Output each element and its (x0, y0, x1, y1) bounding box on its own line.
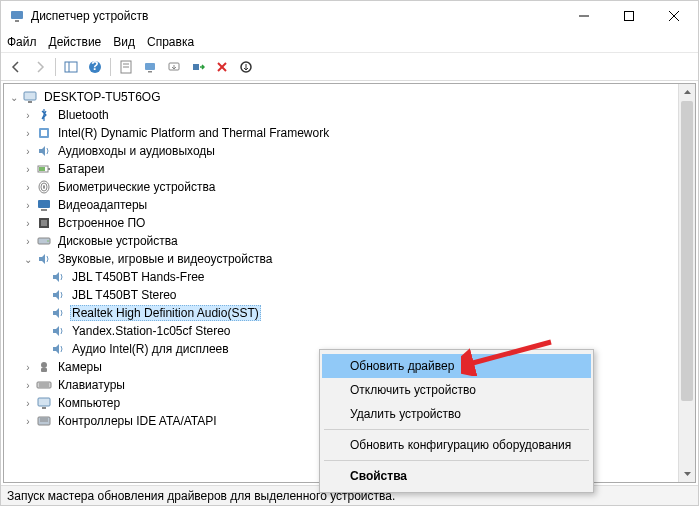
ctx-sep (324, 429, 589, 430)
battery-icon (36, 161, 52, 177)
device-manager-window: Диспетчер устройств Файл Действие Вид Сп… (0, 0, 699, 506)
menu-action[interactable]: Действие (49, 35, 102, 49)
bt-icon (36, 107, 52, 123)
tree-item-label: DESKTOP-TU5T6OG (42, 90, 162, 104)
forward-button[interactable] (29, 56, 51, 78)
minimize-button[interactable] (561, 1, 606, 31)
ctx-update-driver[interactable]: Обновить драйвер (322, 354, 591, 378)
tree-category[interactable]: › Биометрические устройства (8, 178, 678, 196)
expander-icon[interactable]: ⌄ (22, 254, 34, 265)
expander-icon[interactable]: › (22, 218, 34, 229)
ctx-properties[interactable]: Свойства (322, 464, 591, 488)
back-button[interactable] (5, 56, 27, 78)
maximize-button[interactable] (606, 1, 651, 31)
tree-category[interactable]: › Видеоадаптеры (8, 196, 678, 214)
svg-rect-6 (65, 62, 77, 72)
expander-icon[interactable]: › (22, 416, 34, 427)
scrollbar[interactable] (678, 84, 695, 482)
svg-rect-3 (624, 12, 633, 21)
expander-icon[interactable]: › (22, 380, 34, 391)
fw-icon (36, 215, 52, 231)
expander-icon[interactable]: › (22, 146, 34, 157)
ctx-uninstall-device[interactable]: Удалить устройство (322, 402, 591, 426)
expander-icon[interactable]: › (22, 128, 34, 139)
audio-icon (50, 287, 66, 303)
tree-category[interactable]: › Встроенное ПО (8, 214, 678, 232)
video-icon (36, 197, 52, 213)
expander-icon[interactable]: › (22, 182, 34, 193)
tree-device[interactable]: JBL T450BT Hands-Free (8, 268, 678, 286)
ctx-disable-device[interactable]: Отключить устройство (322, 378, 591, 402)
bio-icon (36, 179, 52, 195)
audio-icon (36, 251, 52, 267)
tree-category[interactable]: › Батареи (8, 160, 678, 178)
tree-category-sound[interactable]: ⌄ Звуковые, игровые и видеоустройства (8, 250, 678, 268)
scroll-thumb[interactable] (681, 101, 693, 401)
expander-icon[interactable]: › (22, 398, 34, 409)
svg-rect-37 (41, 368, 47, 372)
svg-rect-42 (42, 407, 46, 409)
properties-button[interactable] (115, 56, 137, 78)
ctx-scan-hardware[interactable]: Обновить конфигурацию оборудования (322, 433, 591, 457)
tree-root[interactable]: ⌄ DESKTOP-TU5T6OG (8, 88, 678, 106)
svg-rect-23 (41, 130, 47, 136)
menu-file[interactable]: Файл (7, 35, 37, 49)
kbd-icon (36, 377, 52, 393)
tree-device[interactable]: Yandex.Station-1c05cf Stereo (8, 322, 678, 340)
show-hide-console-button[interactable] (60, 56, 82, 78)
app-icon (9, 8, 25, 24)
tree-item-label: JBL T450BT Stereo (70, 288, 179, 302)
ctx-sep (324, 460, 589, 461)
update-driver-button[interactable] (163, 56, 185, 78)
close-button[interactable] (651, 1, 696, 31)
ide-icon (36, 413, 52, 429)
audio-icon (36, 143, 52, 159)
svg-rect-13 (145, 63, 155, 70)
scroll-up-icon[interactable] (679, 84, 695, 101)
tree-item-label: Видеоадаптеры (56, 198, 149, 212)
expander-icon[interactable]: › (22, 236, 34, 247)
toolbar: ? (1, 53, 698, 81)
toolbar-sep (110, 58, 111, 76)
svg-rect-16 (193, 64, 199, 70)
audio-icon (50, 305, 66, 321)
tree-item-label: Клавиатуры (56, 378, 127, 392)
expander-icon[interactable]: › (22, 110, 34, 121)
audio-icon (50, 323, 66, 339)
tree-item-label: Встроенное ПО (56, 216, 147, 230)
tree-item-label: Аудиовходы и аудиовыходы (56, 144, 217, 158)
expander-icon[interactable]: › (22, 200, 34, 211)
disable-device-button[interactable] (211, 56, 233, 78)
tree-item-label: Intel(R) Dynamic Platform and Thermal Fr… (56, 126, 331, 140)
svg-rect-14 (148, 71, 152, 73)
svg-rect-26 (39, 167, 45, 171)
tree-device[interactable]: Realtek High Definition Audio(SST) (8, 304, 678, 322)
tree-item-label: Yandex.Station-1c05cf Stereo (70, 324, 233, 338)
expander-icon[interactable]: › (22, 164, 34, 175)
tree-category[interactable]: › Bluetooth (8, 106, 678, 124)
menu-view[interactable]: Вид (113, 35, 135, 49)
svg-rect-1 (15, 20, 19, 22)
tree-device[interactable]: JBL T450BT Stereo (8, 286, 678, 304)
menu-help[interactable]: Справка (147, 35, 194, 49)
scan-hardware-button[interactable] (139, 56, 161, 78)
scroll-down-icon[interactable] (679, 465, 695, 482)
expander-icon[interactable]: › (22, 362, 34, 373)
tree-item-label: JBL T450BT Hands-Free (70, 270, 207, 284)
svg-point-29 (43, 185, 45, 189)
computer-icon (36, 395, 52, 411)
tree-item-label: Биометрические устройства (56, 180, 217, 194)
tree-item-label: Контроллеры IDE ATA/ATAPI (56, 414, 219, 428)
help-button[interactable]: ? (84, 56, 106, 78)
svg-text:?: ? (91, 60, 98, 73)
expander-icon[interactable]: ⌄ (8, 92, 20, 103)
tree-category[interactable]: › Дисковые устройства (8, 232, 678, 250)
tree-category[interactable]: › Intel(R) Dynamic Platform and Thermal … (8, 124, 678, 142)
svg-rect-0 (11, 11, 23, 19)
enable-device-button[interactable] (187, 56, 209, 78)
svg-rect-31 (41, 209, 47, 211)
svg-point-36 (41, 362, 47, 368)
uninstall-device-button[interactable] (235, 56, 257, 78)
tree-category[interactable]: › Аудиовходы и аудиовыходы (8, 142, 678, 160)
computer-icon (22, 89, 38, 105)
